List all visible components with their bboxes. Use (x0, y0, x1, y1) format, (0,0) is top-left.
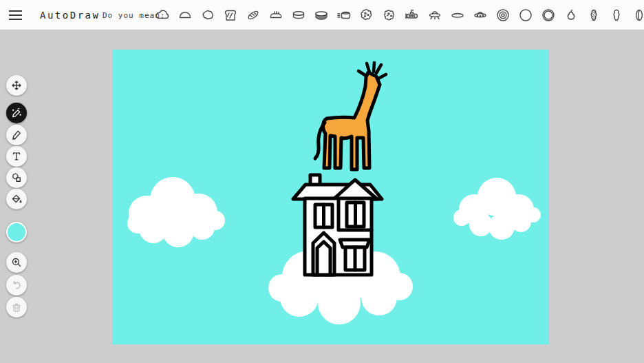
shapes-icon (10, 172, 23, 184)
magnifier-icon (10, 256, 23, 269)
select-tool[interactable] (6, 75, 27, 96)
baguette-suggestion-icon[interactable] (245, 7, 261, 23)
cloud-right[interactable] (453, 178, 541, 240)
flying-saucer-suggestion-icon[interactable] (449, 7, 466, 23)
ring-suggestion-icon[interactable] (540, 7, 557, 23)
circle-suggestion-icon[interactable] (517, 7, 534, 23)
delete-button[interactable] (6, 297, 27, 318)
pencil-icon (10, 129, 23, 141)
cake-suggestion-icon[interactable] (290, 7, 307, 23)
trash-icon (10, 301, 23, 313)
cloud-flat-suggestion-icon[interactable] (177, 7, 193, 23)
fill-tool[interactable] (6, 189, 27, 209)
tool-sidebar (0, 30, 33, 363)
giraffe-drawing[interactable] (315, 63, 386, 169)
cloud-suggestion-icon[interactable] (154, 7, 171, 23)
ufo-legs-suggestion-icon[interactable] (427, 7, 443, 23)
splat-spotted-suggestion-icon[interactable] (358, 7, 375, 23)
color-picker[interactable] (6, 222, 27, 242)
bread-loaf-suggestion-icon[interactable] (268, 7, 284, 23)
undo-button[interactable] (6, 275, 27, 295)
undo-icon (10, 279, 23, 291)
stone-suggestion-icon[interactable] (200, 7, 216, 23)
autodraw-tool[interactable] (6, 103, 27, 123)
suggestions-row (154, 0, 644, 30)
peanut-suggestion-icon[interactable] (608, 7, 625, 23)
paint-bucket-icon (10, 193, 23, 205)
zoom-tool[interactable] (6, 252, 27, 273)
drawing-canvas[interactable] (112, 50, 549, 344)
canned-ham-suggestion-icon[interactable] (336, 7, 352, 23)
pear-suggestion-icon[interactable] (563, 7, 579, 23)
coffee-bean-suggestion-icon[interactable] (631, 7, 644, 23)
app-title: AutoDraw (40, 0, 100, 30)
draw-tool[interactable] (6, 125, 27, 145)
hamburger-icon[interactable] (9, 8, 25, 23)
splat-blob-suggestion-icon[interactable] (381, 7, 398, 23)
saucer-dots-suggestion-icon[interactable] (472, 7, 489, 23)
canvas-art (112, 50, 549, 344)
app-root: AutoDraw Do you mean: (0, 0, 644, 363)
top-bar: AutoDraw Do you mean: (0, 0, 644, 30)
peanut-shaded-suggestion-icon[interactable] (586, 7, 602, 23)
type-tool[interactable] (6, 146, 27, 167)
house-drawing[interactable] (293, 175, 382, 275)
concentric-rings-suggestion-icon[interactable] (495, 7, 511, 23)
cookie-puck-suggestion-icon[interactable] (313, 7, 330, 23)
toast-suggestion-icon[interactable] (222, 7, 239, 23)
cloud-left[interactable] (127, 177, 225, 247)
shape-tool[interactable] (6, 167, 27, 188)
move-icon (10, 79, 23, 92)
text-icon (10, 150, 23, 163)
magic-pencil-icon (10, 107, 23, 119)
submarine-suggestion-icon[interactable] (404, 7, 420, 23)
